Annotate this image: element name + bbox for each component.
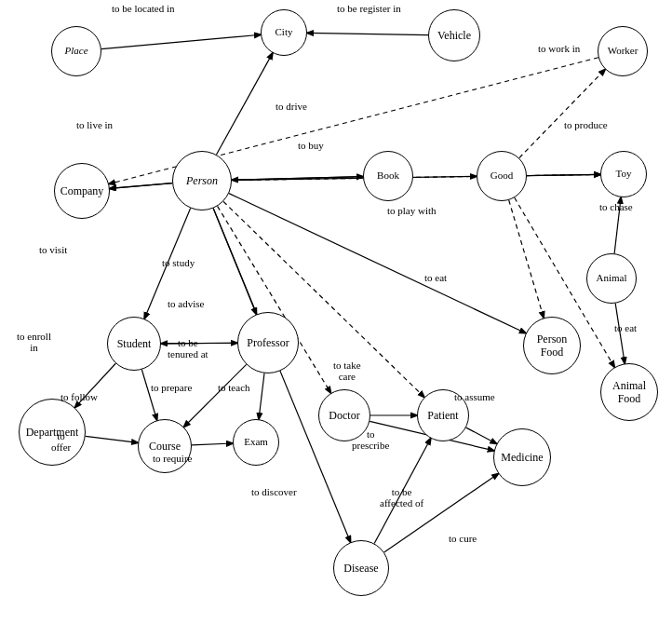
edge-label-19: to teach — [218, 382, 250, 393]
edge-label-25: to cure — [449, 533, 477, 544]
node-animal: Animal — [586, 253, 637, 304]
edge-label-17: to follow — [60, 391, 98, 402]
edge-label-4: to produce — [564, 119, 608, 130]
node-company: Company — [54, 163, 110, 219]
graph-container: PlaceCityVehicleWorkerCompanyPersonBookG… — [0, 0, 672, 624]
edge-label-26: to discover — [251, 486, 297, 497]
edge-label-11: to study — [162, 257, 195, 268]
edge-label-21: to take care — [333, 359, 361, 382]
node-worker: Worker — [598, 26, 648, 76]
node-book: Book — [363, 151, 413, 201]
edge-label-6: to buy — [298, 140, 324, 151]
edge-label-5: to live in — [76, 119, 113, 130]
node-good: Good — [477, 151, 527, 201]
edge-label-8: to chase — [599, 201, 633, 212]
node-animalfood: Animal Food — [600, 363, 658, 421]
node-vehicle: Vehicle — [428, 9, 480, 61]
node-personfood: Person Food — [523, 317, 581, 374]
edge-label-7: to play with — [387, 205, 437, 216]
node-medicine: Medicine — [493, 428, 551, 486]
node-course: Course — [138, 419, 192, 473]
node-student: Student — [107, 317, 161, 371]
edge-label-0: to be located in — [112, 3, 175, 14]
node-professor: Professor — [237, 312, 299, 373]
node-exam: Exam — [233, 419, 279, 466]
edge-label-13: to advise — [168, 298, 204, 309]
node-place: Place — [51, 26, 101, 76]
edge-label-23: to assume — [454, 391, 495, 402]
node-disease: Disease — [333, 540, 389, 596]
edge-label-10: to eat — [424, 272, 447, 283]
edge-label-18: to prepare — [151, 382, 192, 393]
graph-svg — [0, 0, 672, 624]
node-person: Person — [172, 151, 232, 210]
edge-label-3: to work in — [538, 43, 580, 54]
edge-label-15: to enroll in — [17, 331, 51, 353]
edge-label-20: to require — [153, 453, 192, 464]
edge-label-22: to prescribe — [352, 428, 389, 451]
node-city: City — [261, 9, 307, 56]
edge-label-9: to eat — [614, 322, 637, 333]
edge-label-2: to drive — [276, 101, 307, 112]
edge-label-12: to visit — [39, 244, 67, 255]
edge-label-16: to offer — [51, 430, 71, 453]
edge-label-14: to be tenured at — [168, 337, 208, 359]
edge-label-24: to be affected of — [380, 486, 423, 509]
edge-label-1: to be register in — [337, 3, 401, 14]
node-toy: Toy — [600, 151, 647, 197]
